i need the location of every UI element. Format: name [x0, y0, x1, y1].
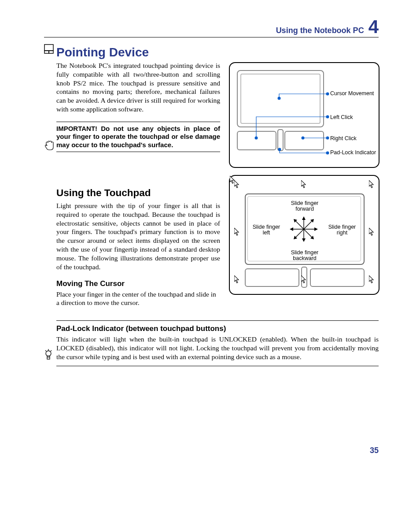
cursor-icon [369, 180, 375, 189]
padlock-paragraph: This indicator will light when the built… [56, 335, 379, 361]
svg-point-9 [278, 148, 281, 151]
svg-rect-2 [49, 51, 53, 53]
chapter-number: 4 [368, 18, 379, 36]
label-cursor-movement: Cursor Movement [330, 90, 374, 97]
subheading-using-touchpad: Using the Touchpad [56, 187, 220, 199]
running-header: Using the Notebook PC 4 [44, 18, 379, 37]
intro-paragraph: The Notebook PC's integrated touchpad po… [56, 61, 220, 114]
svg-point-8 [326, 137, 329, 140]
cursor-icon [234, 180, 240, 189]
svg-point-10 [326, 152, 329, 155]
svg-point-23 [46, 351, 51, 356]
page-number: 35 [370, 446, 379, 455]
svg-point-5 [255, 137, 258, 140]
svg-line-26 [51, 350, 52, 351]
svg-point-4 [326, 93, 329, 96]
cursor-icon [301, 275, 307, 284]
header-title: Using the Notebook PC [276, 26, 364, 37]
svg-rect-0 [44, 45, 53, 51]
svg-point-6 [326, 115, 329, 119]
subheading-moving-cursor: Moving The Cursor [56, 279, 220, 288]
svg-point-3 [278, 97, 281, 100]
important-note: IMPORTANT! Do not use any objects in pla… [56, 122, 220, 152]
label-left-click: Left Click [330, 114, 353, 120]
light-indicator-icon [44, 348, 53, 361]
svg-point-7 [302, 137, 305, 140]
label-padlock: Pad-Lock Indicator [330, 149, 376, 156]
using-touchpad-paragraph: Light pressure with the tip of your fing… [56, 201, 220, 271]
svg-rect-1 [44, 51, 49, 53]
cursor-icon [234, 275, 240, 284]
moving-cursor-paragraph: Place your finger in the center of the t… [56, 290, 220, 308]
cursor-icon [369, 275, 375, 284]
hand-stop-icon [44, 139, 55, 152]
main-heading: Pointing Device [56, 45, 379, 59]
cursor-icon [301, 180, 307, 189]
cursor-icon [369, 228, 375, 237]
touchpad-diagram: Cursor Movement Left Click Right Click P… [229, 62, 379, 168]
cursor-movement-diagram: Slide finger forward Slide finger backwa… [229, 175, 379, 295]
subheading-padlock: Pad-Lock Indicator (between touchpad but… [56, 324, 379, 333]
label-right-click: Right Click [330, 135, 357, 141]
touchpad-icon [44, 44, 54, 54]
cursor-icon [234, 228, 240, 237]
svg-line-25 [45, 350, 46, 351]
